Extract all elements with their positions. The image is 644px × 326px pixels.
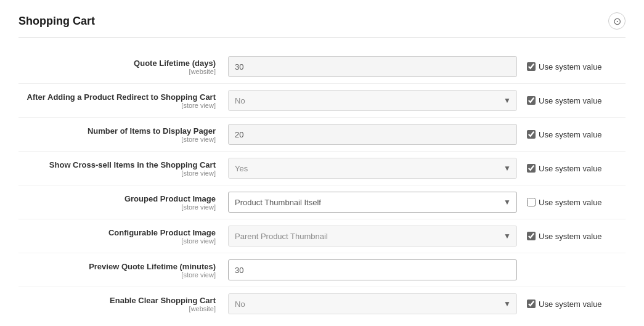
system-value-checkbox-enable-clear-cart[interactable] <box>527 300 536 308</box>
system-value-checkbox-quote-lifetime[interactable] <box>527 62 536 71</box>
input-col-quote-lifetime <box>228 56 527 77</box>
input-col-items-pager <box>228 124 527 145</box>
system-value-label-configurable-product-image: Use system value <box>539 232 602 241</box>
form-row-redirect-after-add: After Adding a Product Redirect to Shopp… <box>18 84 626 118</box>
form-row-configurable-product-image: Configurable Product Image[store view]Pa… <box>18 219 626 253</box>
select-wrapper-configurable-product-image: Parent Product ThumbnailProduct Thumbnai… <box>228 226 517 247</box>
system-value-col-enable-clear-cart: Use system value <box>527 300 626 309</box>
system-value-col-redirect-after-add: Use system value <box>527 96 626 105</box>
label-col-preview-quote-lifetime: Preview Quote Lifetime (minutes)[store v… <box>18 262 228 279</box>
system-value-col-items-pager: Use system value <box>527 130 626 139</box>
form-row-quote-lifetime: Quote Lifetime (days)[website]Use system… <box>18 50 626 84</box>
system-value-checkbox-grouped-product-image[interactable] <box>527 198 536 206</box>
system-value-checkbox-cross-sell[interactable] <box>527 164 536 173</box>
label-col-quote-lifetime: Quote Lifetime (days)[website] <box>18 59 228 75</box>
section-header: Shopping Cart ⊙ <box>18 12 626 38</box>
system-value-col-cross-sell: Use system value <box>527 164 626 173</box>
label-main-configurable-product-image: Configurable Product Image <box>18 228 216 237</box>
input-preview-quote-lifetime[interactable] <box>228 259 517 280</box>
system-value-label-quote-lifetime: Use system value <box>539 62 602 71</box>
system-value-label-cross-sell: Use system value <box>539 164 602 173</box>
shopping-cart-section: Shopping Cart ⊙ Quote Lifetime (days)[we… <box>0 0 644 326</box>
input-col-configurable-product-image: Parent Product ThumbnailProduct Thumbnai… <box>228 226 527 247</box>
form-row-enable-clear-cart: Enable Clear Shopping Cart[website]NoYes… <box>18 287 626 320</box>
select-wrapper-enable-clear-cart: NoYes▼ <box>228 293 517 314</box>
section-title: Shopping Cart <box>18 15 95 28</box>
system-value-label-redirect-after-add: Use system value <box>539 96 602 105</box>
label-main-preview-quote-lifetime: Preview Quote Lifetime (minutes) <box>18 262 216 271</box>
label-scope-cross-sell: [store view] <box>18 169 216 177</box>
system-value-label-grouped-product-image: Use system value <box>539 198 602 207</box>
form-row-preview-quote-lifetime: Preview Quote Lifetime (minutes)[store v… <box>18 253 626 287</box>
label-scope-grouped-product-image: [store view] <box>18 203 216 211</box>
input-col-grouped-product-image: Product Thumbnail ItselfParent Product T… <box>228 192 527 213</box>
input-col-preview-quote-lifetime <box>228 259 527 280</box>
label-scope-configurable-product-image: [store view] <box>18 237 216 245</box>
label-col-cross-sell: Show Cross-sell Items in the Shopping Ca… <box>18 160 228 177</box>
system-value-col-grouped-product-image: Use system value <box>527 198 626 207</box>
select-cross-sell: YesNo <box>228 158 517 179</box>
select-wrapper-redirect-after-add: NoYes▼ <box>228 90 517 111</box>
input-quote-lifetime <box>228 56 517 77</box>
system-value-label-items-pager: Use system value <box>539 130 602 139</box>
select-grouped-product-image[interactable]: Product Thumbnail ItselfParent Product T… <box>228 192 517 213</box>
system-value-checkbox-items-pager[interactable] <box>527 130 536 139</box>
label-col-items-pager: Number of Items to Display Pager[store v… <box>18 126 228 143</box>
system-value-col-configurable-product-image: Use system value <box>527 232 626 241</box>
select-configurable-product-image: Parent Product ThumbnailProduct Thumbnai… <box>228 226 517 247</box>
form-rows-container: Quote Lifetime (days)[website]Use system… <box>18 50 626 320</box>
select-enable-clear-cart: NoYes <box>228 293 517 314</box>
label-main-enable-clear-cart: Enable Clear Shopping Cart <box>18 296 216 305</box>
system-value-checkbox-configurable-product-image[interactable] <box>527 232 536 240</box>
input-col-redirect-after-add: NoYes▼ <box>228 90 527 111</box>
label-scope-items-pager: [store view] <box>18 136 216 143</box>
select-wrapper-cross-sell: YesNo▼ <box>228 158 517 179</box>
label-main-items-pager: Number of Items to Display Pager <box>18 126 216 136</box>
select-redirect-after-add: NoYes <box>228 90 517 111</box>
label-main-grouped-product-image: Grouped Product Image <box>18 194 216 203</box>
label-main-redirect-after-add: After Adding a Product Redirect to Shopp… <box>18 92 216 102</box>
label-main-quote-lifetime: Quote Lifetime (days) <box>18 59 216 68</box>
select-wrapper-grouped-product-image: Product Thumbnail ItselfParent Product T… <box>228 192 517 213</box>
label-scope-enable-clear-cart: [website] <box>18 305 216 312</box>
system-value-checkbox-redirect-after-add[interactable] <box>527 96 536 105</box>
collapse-button[interactable]: ⊙ <box>608 12 626 30</box>
label-col-grouped-product-image: Grouped Product Image[store view] <box>18 194 228 211</box>
label-scope-quote-lifetime: [website] <box>18 68 216 75</box>
input-col-cross-sell: YesNo▼ <box>228 158 527 179</box>
label-col-redirect-after-add: After Adding a Product Redirect to Shopp… <box>18 92 228 109</box>
label-scope-redirect-after-add: [store view] <box>18 102 216 109</box>
system-value-label-enable-clear-cart: Use system value <box>539 300 602 309</box>
input-items-pager <box>228 124 517 145</box>
label-main-cross-sell: Show Cross-sell Items in the Shopping Ca… <box>18 160 216 169</box>
form-row-grouped-product-image: Grouped Product Image[store view]Product… <box>18 185 626 219</box>
label-scope-preview-quote-lifetime: [store view] <box>18 271 216 279</box>
label-col-enable-clear-cart: Enable Clear Shopping Cart[website] <box>18 296 228 312</box>
form-row-cross-sell: Show Cross-sell Items in the Shopping Ca… <box>18 152 626 185</box>
input-col-enable-clear-cart: NoYes▼ <box>228 293 527 314</box>
label-col-configurable-product-image: Configurable Product Image[store view] <box>18 228 228 245</box>
system-value-col-quote-lifetime: Use system value <box>527 62 626 71</box>
form-row-items-pager: Number of Items to Display Pager[store v… <box>18 118 626 152</box>
